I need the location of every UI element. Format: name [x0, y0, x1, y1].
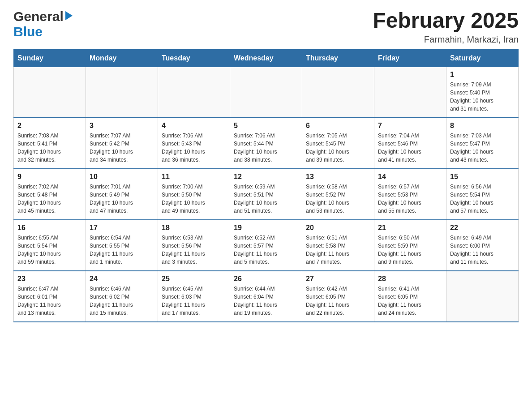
- calendar-table: SundayMondayTuesdayWednesdayThursdayFrid…: [13, 49, 519, 322]
- calendar-cell: 20Sunrise: 6:51 AM Sunset: 5:58 PM Dayli…: [302, 220, 374, 271]
- day-number: 12: [234, 173, 298, 181]
- day-info: Sunrise: 6:41 AM Sunset: 6:05 PM Dayligh…: [378, 285, 442, 317]
- day-info: Sunrise: 6:53 AM Sunset: 5:56 PM Dayligh…: [162, 234, 226, 266]
- calendar-cell: 26Sunrise: 6:44 AM Sunset: 6:04 PM Dayli…: [230, 271, 302, 322]
- calendar-cell: 9Sunrise: 7:02 AM Sunset: 5:48 PM Daylig…: [14, 169, 86, 220]
- weekday-header-thursday: Thursday: [302, 49, 374, 67]
- day-number: 5: [234, 122, 298, 130]
- calendar-cell: 28Sunrise: 6:41 AM Sunset: 6:05 PM Dayli…: [374, 271, 446, 322]
- calendar-cell: [230, 67, 302, 118]
- calendar-cell: 11Sunrise: 7:00 AM Sunset: 5:50 PM Dayli…: [158, 169, 230, 220]
- day-number: 21: [378, 224, 442, 232]
- day-info: Sunrise: 7:01 AM Sunset: 5:49 PM Dayligh…: [90, 183, 154, 215]
- day-number: 6: [306, 122, 370, 130]
- day-number: 2: [17, 122, 82, 130]
- calendar-cell: 8Sunrise: 7:03 AM Sunset: 5:47 PM Daylig…: [446, 118, 519, 169]
- calendar-cell: 7Sunrise: 7:04 AM Sunset: 5:46 PM Daylig…: [374, 118, 446, 169]
- week-row-2: 2Sunrise: 7:08 AM Sunset: 5:41 PM Daylig…: [14, 118, 519, 169]
- day-number: 19: [234, 224, 298, 232]
- day-info: Sunrise: 7:07 AM Sunset: 5:42 PM Dayligh…: [90, 132, 154, 164]
- day-number: 18: [162, 224, 226, 232]
- day-number: 28: [378, 275, 442, 283]
- calendar-cell: 27Sunrise: 6:42 AM Sunset: 6:05 PM Dayli…: [302, 271, 374, 322]
- calendar-cell: [446, 271, 519, 322]
- weekday-header-wednesday: Wednesday: [230, 49, 302, 67]
- calendar-cell: 16Sunrise: 6:55 AM Sunset: 5:54 PM Dayli…: [14, 220, 86, 271]
- calendar-cell: 22Sunrise: 6:49 AM Sunset: 6:00 PM Dayli…: [446, 220, 519, 271]
- weekday-header-saturday: Saturday: [446, 49, 519, 67]
- day-info: Sunrise: 6:52 AM Sunset: 5:57 PM Dayligh…: [234, 234, 298, 266]
- weekday-header-monday: Monday: [86, 49, 158, 67]
- day-number: 24: [90, 275, 154, 283]
- calendar-cell: 5Sunrise: 7:06 AM Sunset: 5:44 PM Daylig…: [230, 118, 302, 169]
- calendar-cell: [374, 67, 446, 118]
- day-number: 4: [162, 122, 226, 130]
- day-info: Sunrise: 7:08 AM Sunset: 5:41 PM Dayligh…: [17, 132, 82, 164]
- day-number: 7: [378, 122, 442, 130]
- day-number: 25: [162, 275, 226, 283]
- day-info: Sunrise: 7:05 AM Sunset: 5:45 PM Dayligh…: [306, 132, 370, 164]
- day-info: Sunrise: 6:57 AM Sunset: 5:53 PM Dayligh…: [378, 183, 442, 215]
- calendar-cell: 12Sunrise: 6:59 AM Sunset: 5:51 PM Dayli…: [230, 169, 302, 220]
- day-number: 22: [450, 224, 515, 232]
- calendar-cell: 15Sunrise: 6:56 AM Sunset: 5:54 PM Dayli…: [446, 169, 519, 220]
- day-info: Sunrise: 7:00 AM Sunset: 5:50 PM Dayligh…: [162, 183, 226, 215]
- day-info: Sunrise: 6:46 AM Sunset: 6:02 PM Dayligh…: [90, 285, 154, 317]
- day-info: Sunrise: 6:59 AM Sunset: 5:51 PM Dayligh…: [234, 183, 298, 215]
- calendar-title: February 2025: [373, 9, 519, 33]
- calendar-cell: 3Sunrise: 7:07 AM Sunset: 5:42 PM Daylig…: [86, 118, 158, 169]
- calendar-cell: 24Sunrise: 6:46 AM Sunset: 6:02 PM Dayli…: [86, 271, 158, 322]
- calendar-cell: 23Sunrise: 6:47 AM Sunset: 6:01 PM Dayli…: [14, 271, 86, 322]
- calendar-cell: [158, 67, 230, 118]
- calendar-title-block: February 2025 Farmahin, Markazi, Iran: [373, 9, 519, 45]
- day-number: 20: [306, 224, 370, 232]
- day-number: 16: [17, 224, 82, 232]
- day-info: Sunrise: 7:04 AM Sunset: 5:46 PM Dayligh…: [378, 132, 442, 164]
- day-number: 11: [162, 173, 226, 181]
- day-info: Sunrise: 6:45 AM Sunset: 6:03 PM Dayligh…: [162, 285, 226, 317]
- calendar-cell: 13Sunrise: 6:58 AM Sunset: 5:52 PM Dayli…: [302, 169, 374, 220]
- day-info: Sunrise: 6:51 AM Sunset: 5:58 PM Dayligh…: [306, 234, 370, 266]
- day-info: Sunrise: 6:54 AM Sunset: 5:55 PM Dayligh…: [90, 234, 154, 266]
- weekday-header-friday: Friday: [374, 49, 446, 67]
- weekday-header-row: SundayMondayTuesdayWednesdayThursdayFrid…: [14, 49, 519, 67]
- day-number: 3: [90, 122, 154, 130]
- day-info: Sunrise: 6:42 AM Sunset: 6:05 PM Dayligh…: [306, 285, 370, 317]
- day-info: Sunrise: 6:58 AM Sunset: 5:52 PM Dayligh…: [306, 183, 370, 215]
- day-info: Sunrise: 7:09 AM Sunset: 5:40 PM Dayligh…: [450, 81, 515, 113]
- day-info: Sunrise: 6:49 AM Sunset: 6:00 PM Dayligh…: [450, 234, 515, 266]
- day-number: 1: [450, 71, 515, 79]
- day-number: 13: [306, 173, 370, 181]
- day-number: 17: [90, 224, 154, 232]
- calendar-cell: 18Sunrise: 6:53 AM Sunset: 5:56 PM Dayli…: [158, 220, 230, 271]
- calendar-cell: 14Sunrise: 6:57 AM Sunset: 5:53 PM Dayli…: [374, 169, 446, 220]
- calendar-subtitle: Farmahin, Markazi, Iran: [373, 34, 519, 45]
- day-number: 10: [90, 173, 154, 181]
- week-row-5: 23Sunrise: 6:47 AM Sunset: 6:01 PM Dayli…: [14, 271, 519, 322]
- logo-blue-text: Blue: [13, 24, 43, 39]
- day-info: Sunrise: 7:06 AM Sunset: 5:44 PM Dayligh…: [234, 132, 298, 164]
- day-info: Sunrise: 6:50 AM Sunset: 5:59 PM Dayligh…: [378, 234, 442, 266]
- calendar-cell: 10Sunrise: 7:01 AM Sunset: 5:49 PM Dayli…: [86, 169, 158, 220]
- day-number: 26: [234, 275, 298, 283]
- weekday-header-sunday: Sunday: [14, 49, 86, 67]
- day-number: 27: [306, 275, 370, 283]
- day-info: Sunrise: 6:44 AM Sunset: 6:04 PM Dayligh…: [234, 285, 298, 317]
- day-info: Sunrise: 7:06 AM Sunset: 5:43 PM Dayligh…: [162, 132, 226, 164]
- day-number: 23: [17, 275, 82, 283]
- page-header: General Blue February 2025 Farmahin, Mar…: [13, 9, 519, 45]
- day-number: 14: [378, 173, 442, 181]
- day-info: Sunrise: 6:47 AM Sunset: 6:01 PM Dayligh…: [17, 285, 82, 317]
- calendar-cell: 6Sunrise: 7:05 AM Sunset: 5:45 PM Daylig…: [302, 118, 374, 169]
- calendar-cell: [302, 67, 374, 118]
- week-row-1: 1Sunrise: 7:09 AM Sunset: 5:40 PM Daylig…: [14, 67, 519, 118]
- day-info: Sunrise: 7:02 AM Sunset: 5:48 PM Dayligh…: [17, 183, 82, 215]
- calendar-cell: [14, 67, 86, 118]
- day-info: Sunrise: 6:55 AM Sunset: 5:54 PM Dayligh…: [17, 234, 82, 266]
- day-info: Sunrise: 7:03 AM Sunset: 5:47 PM Dayligh…: [450, 132, 515, 164]
- logo-general-text: General: [13, 9, 64, 24]
- week-row-3: 9Sunrise: 7:02 AM Sunset: 5:48 PM Daylig…: [14, 169, 519, 220]
- day-number: 9: [17, 173, 82, 181]
- day-info: Sunrise: 6:56 AM Sunset: 5:54 PM Dayligh…: [450, 183, 515, 215]
- calendar-cell: 2Sunrise: 7:08 AM Sunset: 5:41 PM Daylig…: [14, 118, 86, 169]
